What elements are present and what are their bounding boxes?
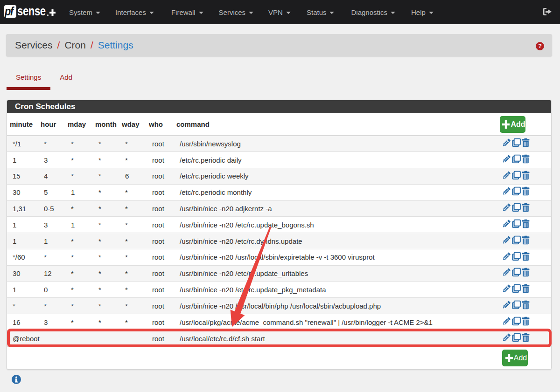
svg-text:?: ?	[538, 43, 542, 50]
